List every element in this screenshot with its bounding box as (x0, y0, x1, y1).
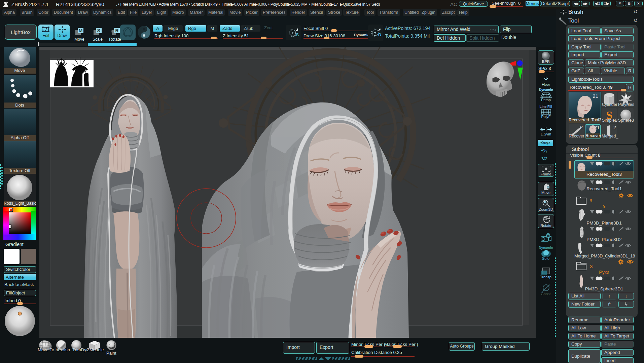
svg-text:2: 2 (580, 125, 583, 130)
svg-text:R: R (115, 28, 118, 33)
svg-text:21: 21 (594, 125, 600, 130)
svg-text:M: M (79, 28, 83, 33)
svg-text:BPR: BPR (542, 59, 549, 64)
svg-text:21: 21 (593, 93, 598, 99)
svg-text:S: S (97, 28, 100, 33)
svg-text:S: S (296, 33, 299, 37)
svg-text:D: D (378, 32, 381, 37)
svg-text:2: 2 (613, 125, 616, 130)
